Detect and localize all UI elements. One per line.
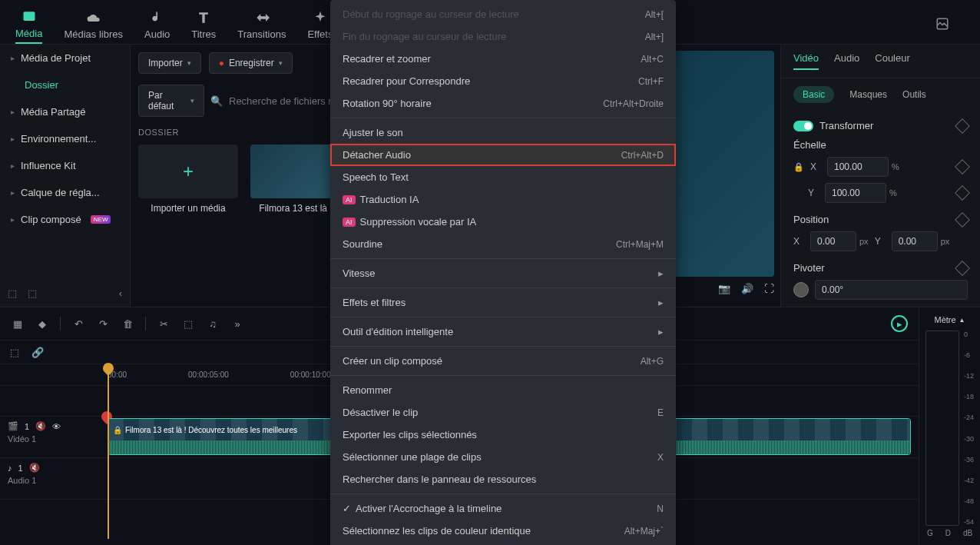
sidebar-item-project-media[interactable]: ▸Média de Projet (0, 45, 130, 71)
ctx-item[interactable]: AISuppression vocale par IA (330, 211, 676, 233)
scale-x-input[interactable] (827, 157, 889, 177)
subtab-basic[interactable]: Basic (793, 86, 834, 103)
sidebar-item-shared-media[interactable]: ▸Média Partagé (0, 98, 130, 125)
rotate-knob[interactable] (793, 282, 809, 297)
tab-media[interactable]: Média (15, 6, 42, 44)
pos-y-input[interactable] (892, 231, 938, 251)
sidebar-item-influence-kit[interactable]: ▸Influence Kit (0, 152, 130, 179)
ctx-item[interactable]: AITraduction IA (330, 188, 676, 211)
playhead[interactable] (108, 364, 109, 539)
tab-label: Médias libres (64, 28, 123, 40)
new-badge: NEW (91, 215, 111, 224)
color-row (330, 542, 676, 545)
ctx-item: Début du rognage au curseur de lectureAl… (330, 3, 676, 25)
sidebar-item-adjustment-layer[interactable]: ▸Calque de régla... (0, 179, 130, 206)
tab-effects[interactable]: Effets (307, 7, 333, 43)
keyframe-icon[interactable] (955, 261, 970, 276)
more-icon[interactable]: » (230, 317, 244, 331)
search-icon: 🔍 (210, 95, 223, 107)
subtab-masks[interactable]: Masques (849, 86, 887, 103)
import-thumb[interactable]: + Importer un média (138, 145, 238, 214)
tab-transitions[interactable]: Transitions (237, 7, 286, 43)
lock-icon[interactable]: 🔒 (793, 162, 804, 172)
ctx-item[interactable]: Ajuster le son (330, 121, 676, 144)
crop-icon[interactable]: ⬚ (181, 317, 195, 331)
picture-icon[interactable] (935, 17, 949, 33)
record-dropdown[interactable]: ●Enregistrer▾ (209, 52, 293, 74)
tab-audio-props[interactable]: Audio (834, 52, 859, 70)
link-icon[interactable]: 🔗 (31, 345, 45, 359)
scale-y-input[interactable] (825, 183, 886, 203)
ai-badge: AI (343, 218, 356, 227)
mute-icon[interactable]: 🔇 (29, 463, 40, 473)
tab-audio[interactable]: Audio (144, 7, 170, 43)
ctx-item[interactable]: Recadrer pour CorrespondreCtrl+F (330, 70, 676, 92)
undo-icon[interactable]: ↶ (71, 317, 85, 331)
ctx-item[interactable]: Sélectionnez les clips de couleur identi… (330, 520, 676, 542)
ctx-item[interactable]: Renommer (330, 379, 676, 401)
collapse-icon[interactable]: ‹ (119, 287, 122, 299)
speed-icon[interactable]: ♫ (206, 317, 220, 331)
volume-icon[interactable]: 🔊 (741, 283, 753, 294)
audio-track-header[interactable]: ♪1🔇 Audio 1 (0, 458, 100, 500)
ctx-item[interactable]: Exporter les clips sélectionnés (330, 424, 676, 446)
tab-stock[interactable]: Médias libres (64, 7, 123, 43)
video-track-header[interactable]: 🎬1🔇👁 Vidéo 1 (0, 417, 100, 458)
tab-label: Transitions (237, 28, 286, 40)
split-icon[interactable]: ✂ (157, 317, 171, 331)
rotate-input[interactable] (815, 280, 968, 300)
ctx-item[interactable]: Sélectionner une plage de clipsX (330, 446, 676, 468)
lock-icon: 🔒 (113, 426, 122, 434)
keyframe-icon[interactable] (955, 118, 970, 134)
sort-dropdown[interactable]: Par défaut▾ (138, 85, 204, 117)
plus-icon: + (138, 145, 238, 198)
pos-x-input[interactable] (810, 231, 856, 251)
keyframe-icon[interactable] (955, 159, 970, 174)
delete-icon[interactable]: 🗑 (121, 317, 134, 331)
render-icon[interactable]: ▸ (891, 315, 908, 332)
tab-video[interactable]: Vidéo (793, 52, 819, 70)
keyframe-icon[interactable] (955, 185, 970, 201)
tab-titles[interactable]: Titres (191, 7, 216, 43)
ctx-item[interactable]: Effets et filtres▸ (330, 291, 676, 314)
redo-icon[interactable]: ↷ (96, 317, 110, 331)
ctx-item[interactable]: Recadrer et zoomerAlt+C (330, 48, 676, 70)
ctx-item[interactable]: Désactiver le clipE (330, 401, 676, 424)
subtab-tools[interactable]: Outils (902, 86, 926, 103)
sparkle-icon (313, 10, 328, 25)
mute-icon[interactable]: 🔇 (35, 421, 46, 431)
tab-label: Titres (191, 28, 216, 40)
new-folder-icon[interactable]: ⬚ (8, 287, 17, 299)
ctx-item[interactable]: Rotation 90° horaireCtrl+Alt+Droite (330, 92, 676, 115)
ctx-item[interactable]: SourdineCtrl+Maj+M (330, 233, 676, 255)
ctx-item[interactable]: ✓Activer l'Accrochage à la timelineN (330, 497, 676, 520)
ctx-item[interactable]: Détacher AudioCtrl+Alt+D (330, 144, 676, 166)
text-icon (196, 10, 211, 25)
tab-color[interactable]: Couleur (875, 52, 910, 70)
media-icon (22, 9, 37, 25)
transformer-toggle[interactable] (793, 121, 813, 131)
ctx-item: Fin du rognage au curseur de lectureAlt+… (330, 25, 676, 48)
cloud-icon (86, 10, 101, 25)
bin-icon[interactable]: ⬚ (28, 287, 37, 299)
transitions-icon (254, 10, 270, 25)
ctx-item[interactable]: Vitesse▸ (330, 262, 676, 284)
audio-meter: Mètre▲ 0-6-12-18-24-30-36-42-48-54 GDdB (919, 307, 980, 545)
grid-icon[interactable]: ▦ (11, 317, 25, 331)
sidebar-item-environment[interactable]: ▸Environnement... (0, 125, 130, 152)
ctx-item[interactable]: Rechercher dans le panneau de ressources (330, 468, 676, 490)
magnet-icon[interactable]: ⬚ (8, 345, 22, 359)
sidebar-item-dossier[interactable]: Dossier (0, 71, 130, 98)
left-panel: ▸Média de Projet Dossier ▸Média Partagé … (0, 45, 131, 307)
sidebar-item-compound-clip[interactable]: ▸Clip composéNEW (0, 206, 130, 233)
ctx-item[interactable]: Créer un clip composéAlt+G (330, 350, 676, 372)
snapshot-icon[interactable]: 📷 (718, 283, 730, 294)
import-dropdown[interactable]: Importer▾ (138, 52, 201, 74)
ctx-item[interactable]: Speech to Text (330, 166, 676, 188)
music-icon (150, 10, 165, 25)
keyframe-icon[interactable] (955, 212, 970, 228)
marker-icon[interactable]: ◆ (35, 317, 49, 331)
fullscreen-icon[interactable]: ⛶ (764, 283, 774, 294)
eye-icon[interactable]: 👁 (52, 422, 61, 431)
ctx-item[interactable]: Outil d'édition intelligente▸ (330, 321, 676, 343)
